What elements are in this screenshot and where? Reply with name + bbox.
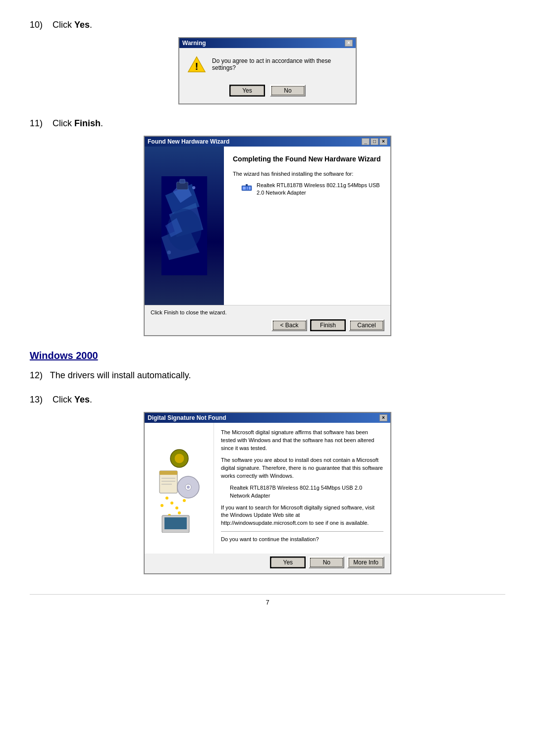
dssig-close-button[interactable]: × (379, 414, 387, 421)
dssig-body: The Microsoft digital signature affirms … (145, 423, 390, 554)
warning-message: Do you agree to act in accordance with t… (212, 57, 348, 71)
dssig-para3: If you want to search for Microsoft digi… (221, 504, 383, 528)
dssig-para4: Do you want to continue the installation… (221, 536, 383, 544)
wizard-device-name: Realtek RTL8187B Wireless 802.11g 54Mbps… (257, 182, 381, 197)
dssig-dialog: Digital Signature Not Found × (144, 412, 391, 574)
wizard-footer-text: Click Finish to close the wizard. (151, 309, 384, 315)
svg-point-32 (183, 499, 186, 502)
svg-point-27 (187, 486, 190, 489)
wizard-back-button[interactable]: < Back (271, 319, 307, 331)
device-icon (241, 182, 253, 194)
warning-no-button[interactable]: No (270, 85, 306, 97)
svg-point-29 (170, 502, 173, 504)
step-11: 11) Click Finish. Found New Hardware Wiz… (30, 118, 505, 336)
page-number: 7 (30, 594, 505, 606)
wizard-dialog-container: Found New Hardware Wizard _ □ × (30, 136, 505, 336)
wizard-footer: Click Finish to close the wizard. < Back… (145, 305, 390, 335)
step-12-label: 12) The drivers will install automatical… (30, 370, 505, 381)
svg-point-28 (165, 497, 168, 500)
svg-rect-21 (160, 471, 177, 475)
wizard-body: Completing the Found New Hardware Wizard… (145, 147, 390, 305)
dssig-device-name: Realtek RTL8187B Wireless 802.11g 54Mbps… (230, 484, 383, 500)
warning-buttons: Yes No (179, 81, 356, 103)
dssig-footer: Yes No More Info (145, 554, 390, 573)
svg-point-19 (174, 454, 184, 463)
svg-rect-14 (243, 187, 246, 190)
dssig-title-text: Digital Signature Not Found (148, 414, 226, 421)
windows-2000-heading: Windows 2000 (30, 350, 505, 361)
dssig-title-bar: Digital Signature Not Found × (145, 413, 390, 423)
wizard-finish-button[interactable]: Finish (310, 319, 346, 331)
svg-rect-12 (180, 179, 185, 183)
wizard-sidebar (145, 147, 224, 305)
warning-title-bar: Warning × (179, 38, 356, 48)
step-11-label: 11) Click Finish. (30, 118, 505, 129)
wizard-title-text: Found New Hardware Wizard (148, 138, 229, 145)
warning-title-text: Warning (182, 40, 206, 47)
step-12: 12) The drivers will install automatical… (30, 370, 505, 381)
windows-2000-section: Windows 2000 12) The drivers will instal… (30, 350, 505, 574)
wizard-dialog: Found New Hardware Wizard _ □ × (144, 136, 391, 336)
warning-content: ! Do you agree to act in accordance with… (179, 48, 356, 81)
dssig-dialog-container: Digital Signature Not Found × (30, 412, 505, 574)
step-13-label: 13) Click Yes. (30, 395, 505, 405)
svg-rect-16 (249, 187, 251, 190)
wizard-close-button[interactable]: × (379, 138, 387, 145)
wizard-footer-buttons: < Back Finish Cancel (151, 319, 384, 331)
wizard-heading: Completing the Found New Hardware Wizard (233, 154, 381, 164)
wizard-minimize-button[interactable]: _ (362, 138, 370, 145)
wizard-main: Completing the Found New Hardware Wizard… (224, 147, 390, 305)
svg-rect-15 (247, 187, 248, 190)
svg-text:!: ! (195, 60, 199, 72)
dssig-more-info-button[interactable]: More Info (347, 556, 384, 568)
step-13: 13) Click Yes. Digital Signature Not Fou… (30, 395, 505, 574)
wizard-window-controls: _ □ × (362, 138, 387, 145)
dssig-divider (221, 531, 383, 532)
dssig-sidebar (145, 423, 214, 554)
svg-point-31 (175, 506, 178, 509)
dssig-para1: The Microsoft digital signature affirms … (221, 429, 383, 453)
step-10-label: 10) Click Yes. (30, 20, 505, 30)
dssig-main: The Microsoft digital signature affirms … (214, 423, 390, 554)
svg-point-30 (160, 504, 163, 507)
dssig-yes-button[interactable]: Yes (270, 556, 306, 568)
step-10: 10) Click Yes. Warning × ! Do you agree … (30, 20, 505, 104)
wizard-title-bar: Found New Hardware Wizard _ □ × (145, 137, 390, 147)
svg-rect-36 (164, 517, 187, 529)
dssig-no-button[interactable]: No (309, 556, 344, 568)
svg-rect-17 (246, 184, 248, 186)
svg-point-33 (178, 511, 181, 514)
svg-point-9 (192, 186, 195, 189)
warning-dialog-container: Warning × ! Do you agree to act in accor… (30, 37, 505, 104)
dssig-para2: The software you are about to install do… (221, 456, 383, 480)
warning-icon: ! (187, 55, 206, 74)
wizard-intro: The wizard has finished installing the s… (233, 170, 381, 178)
wizard-cancel-button[interactable]: Cancel (349, 319, 384, 331)
wizard-device-row: Realtek RTL8187B Wireless 802.11g 54Mbps… (241, 182, 381, 197)
warning-dialog: Warning × ! Do you agree to act in accor… (178, 37, 357, 104)
wizard-maximize-button[interactable]: □ (371, 138, 378, 145)
wizard-art (145, 147, 224, 305)
warning-close-button[interactable]: × (345, 40, 353, 47)
svg-point-10 (167, 251, 171, 254)
dssig-art (152, 444, 207, 533)
warning-yes-button[interactable]: Yes (229, 85, 265, 97)
